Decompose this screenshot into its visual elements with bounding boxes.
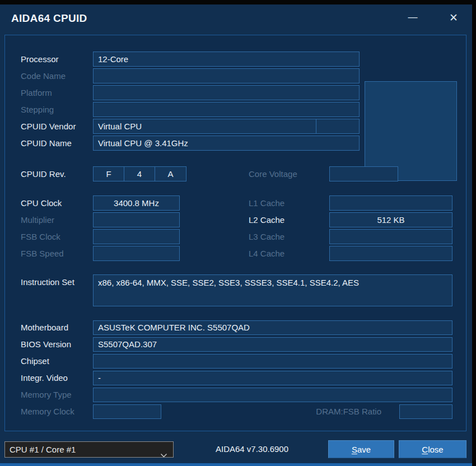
cpuid-rev-digit-2[interactable]: A <box>155 166 186 181</box>
instruction-set-label: Instruction Set <box>21 274 74 290</box>
save-button[interactable]: Save <box>328 440 394 458</box>
window-close-button[interactable]: ✕ <box>444 8 463 27</box>
close-button-accesskey: C <box>422 445 428 454</box>
processor-label: Processor <box>21 52 59 67</box>
multiplier-field[interactable] <box>93 212 180 227</box>
fsb-clock-field[interactable] <box>93 229 180 244</box>
integr-video-field[interactable]: - <box>93 371 452 385</box>
motherboard-field[interactable]: ASUSTeK COMPUTER INC. S5507QAD <box>93 320 452 335</box>
instruction-set-field[interactable]: x86, x86-64, MMX, SSE, SSE2, SSE3, SSSE3… <box>93 274 452 306</box>
save-button-label: ave <box>357 445 371 454</box>
l4-cache-label: L4 Cache <box>249 246 284 261</box>
cpu-core-dropdown[interactable]: CPU #1 / Core #1 <box>4 441 174 458</box>
bios-version-label: BIOS Version <box>21 337 71 352</box>
l3-cache-label: L3 Cache <box>249 229 284 244</box>
l2-cache-field[interactable]: 512 KB <box>329 212 452 227</box>
memory-type-label: Memory Type <box>21 388 72 402</box>
cpuid-vendor-extra-field[interactable] <box>316 119 360 134</box>
chipset-label: Chipset <box>21 354 49 369</box>
fsb-speed-field[interactable] <box>93 246 180 261</box>
platform-field[interactable] <box>93 85 360 100</box>
cpu-clock-label: CPU Clock <box>21 195 62 211</box>
fsb-clock-label: FSB Clock <box>21 229 60 244</box>
core-voltage-field[interactable] <box>329 166 398 181</box>
fsb-speed-label: FSB Speed <box>21 246 64 261</box>
cpuid-name-field[interactable]: Virtual CPU @ 3.41GHz <box>93 136 360 151</box>
bios-version-field[interactable]: S5507QAD.307 <box>93 337 452 352</box>
cpuid-vendor-label: CPUID Vendor <box>21 119 76 134</box>
footer-bar: CPU #1 / Core #1 AIDA64 v7.30.6900 Save … <box>0 437 472 463</box>
save-button-accesskey: S <box>352 445 357 454</box>
dram-fsb-ratio-field[interactable] <box>399 404 452 419</box>
l1-cache-label: L1 Cache <box>249 195 284 211</box>
title-bar: AIDA64 CPUID — ✕ <box>0 4 472 35</box>
integr-video-label: Integr. Video <box>21 371 68 385</box>
multiplier-label: Multiplier <box>21 212 54 227</box>
cpuid-rev-digit-1[interactable]: 4 <box>124 166 155 181</box>
cpu-clock-field[interactable]: 3400.8 MHz <box>93 195 180 211</box>
code-name-label: Code Name <box>21 68 66 83</box>
l4-cache-field[interactable] <box>329 246 452 261</box>
app-version-text: AIDA64 v7.30.6900 <box>190 444 314 454</box>
window-title: AIDA64 CPUID <box>11 12 87 25</box>
motherboard-label: Motherboard <box>21 320 68 335</box>
cpuid-name-label: CPUID Name <box>21 136 72 151</box>
code-name-field[interactable] <box>93 68 360 83</box>
stepping-label: Stepping <box>21 102 54 117</box>
window-bottom-border <box>0 463 472 466</box>
close-icon: ✕ <box>449 11 458 24</box>
memory-clock-label: Memory Clock <box>21 404 74 419</box>
close-button[interactable]: Close <box>399 440 466 458</box>
cpuid-rev-digit-0[interactable]: F <box>93 166 124 181</box>
cpuid-vendor-field[interactable]: Virtual CPU <box>93 119 316 134</box>
processor-field[interactable]: 12-Core <box>93 52 360 67</box>
l3-cache-field[interactable] <box>329 229 452 244</box>
cpu-core-dropdown-value: CPU #1 / Core #1 <box>10 445 76 454</box>
minimize-button[interactable]: — <box>403 8 422 27</box>
l2-cache-label: L2 Cache <box>249 212 284 227</box>
memory-type-field[interactable] <box>93 388 452 402</box>
platform-label: Platform <box>21 85 52 100</box>
content-panel: Processor 12-Core Code Name Platform Ste… <box>4 35 466 431</box>
dram-fsb-ratio-label: DRAM:FSB Ratio <box>281 404 381 419</box>
stepping-field[interactable] <box>93 102 360 117</box>
minimize-icon: — <box>408 12 418 23</box>
aida64-cpuid-window: AIDA64 CPUID — ✕ Processor 12-Core Code … <box>0 4 472 466</box>
cpuid-rev-label: CPUID Rev. <box>21 166 66 181</box>
chevron-down-icon <box>160 448 167 463</box>
memory-clock-field[interactable] <box>93 404 161 419</box>
l1-cache-field[interactable] <box>329 195 452 211</box>
chipset-field[interactable] <box>93 354 452 369</box>
close-button-label: lose <box>428 445 444 454</box>
core-voltage-label: Core Voltage <box>249 166 297 181</box>
